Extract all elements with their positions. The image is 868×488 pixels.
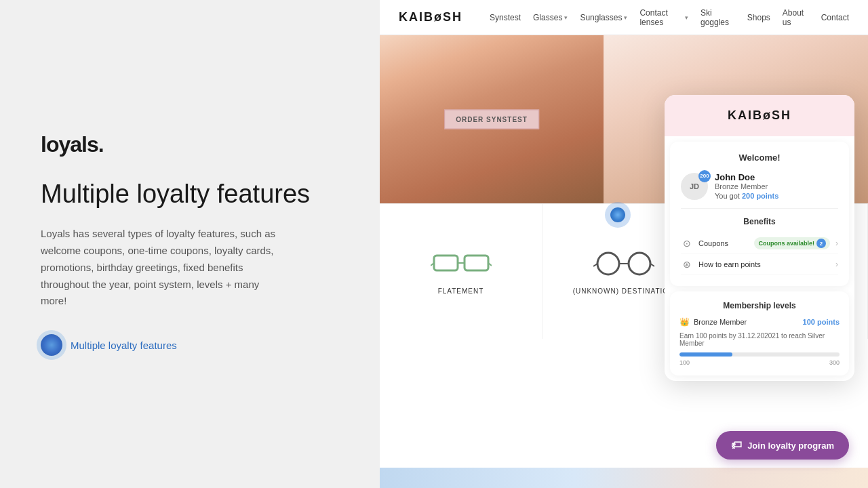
user-name: John Doe	[715, 172, 838, 182]
progress-bar	[679, 352, 840, 357]
user-points-highlight: 200 points	[742, 192, 778, 200]
user-row: JD 200 John Doe Bronze Member You got 20…	[681, 172, 838, 200]
bottom-strip	[380, 468, 868, 488]
right-panel: KAIBøSH Synstest Glasses ▾ Sunglasses ▾ …	[380, 0, 868, 488]
membership-name: 👑 Bronze Member	[679, 317, 747, 327]
join-button-label: Join loyalty program	[747, 441, 834, 451]
points-badge: 200	[698, 170, 711, 182]
order-synstest-button[interactable]: ORDER SYNSTEST	[444, 110, 539, 129]
svg-rect-4	[434, 256, 458, 270]
loyalty-card-header: KAIBøSH	[665, 95, 854, 136]
progress-bar-fill	[679, 352, 732, 357]
feature-link-text: Multiple loyalty features	[71, 340, 177, 351]
feature-link-dot-icon	[41, 334, 62, 356]
nav-logo[interactable]: KAIBøSH	[399, 10, 462, 24]
nav-item-contact[interactable]: Contact	[821, 13, 849, 22]
website-mockup: KAIBøSH Synstest Glasses ▾ Sunglasses ▾ …	[380, 0, 868, 488]
join-loyalty-program-button[interactable]: 🏷 Join loyalty program	[716, 431, 849, 460]
nav-item-ski-goggles[interactable]: Ski goggles	[701, 8, 735, 27]
product-label-flatement: FLATEMENT	[438, 287, 484, 295]
nav-item-shops[interactable]: Shops	[747, 13, 770, 22]
bottom-image-strip	[380, 468, 868, 488]
coupons-available-badge: Coupons available! 2	[754, 237, 830, 249]
progress-max-label: 300	[829, 359, 840, 366]
svg-point-10	[629, 253, 650, 274]
loyalty-icon: 🏷	[731, 439, 742, 451]
blue-dot-icon	[610, 207, 625, 222]
membership-points: 100 points	[803, 318, 840, 326]
crown-icon: 👑	[679, 317, 690, 327]
left-panel: loyals. Multiple loyalty features Loyals…	[0, 0, 380, 488]
nav-bar: KAIBøSH Synstest Glasses ▾ Sunglasses ▾ …	[380, 0, 868, 35]
nav-items: Synstest Glasses ▾ Sunglasses ▾ Contact …	[490, 8, 849, 27]
chevron-down-icon: ▾	[564, 14, 568, 21]
benefits-title: Benefits	[681, 217, 838, 226]
glasses-unknown-icon	[593, 249, 654, 279]
glasses-flatement-icon	[431, 249, 492, 279]
user-level: Bronze Member	[715, 182, 838, 190]
membership-section: Membership levels 👑 Bronze Member 100 po…	[670, 291, 849, 375]
brand-logo: loyals.	[41, 132, 339, 157]
section-title: Multiple loyalty features	[41, 179, 339, 210]
nav-item-about-us[interactable]: About us	[783, 8, 809, 27]
svg-rect-14	[380, 468, 868, 488]
nav-item-synstest[interactable]: Synstest	[490, 13, 521, 22]
user-points-text: You got 200 points	[715, 192, 838, 200]
membership-description: Earn 100 points by 31.12.202021 to reach…	[679, 332, 840, 347]
progress-labels: 100 300	[679, 359, 840, 366]
earn-points-icon: ⊛	[681, 258, 693, 270]
progress-min-label: 100	[679, 359, 690, 366]
chevron-down-icon: ▾	[685, 14, 688, 21]
chevron-right-icon: ›	[835, 239, 838, 248]
avatar: JD 200	[681, 173, 708, 200]
loyalty-card-body: Welcome! JD 200 John Doe Bronze Member Y…	[670, 142, 849, 286]
feature-link[interactable]: Multiple loyalty features	[41, 334, 339, 356]
product-item-flatement[interactable]: FLATEMENT	[380, 204, 542, 339]
nav-item-glasses[interactable]: Glasses ▾	[533, 13, 568, 22]
loyalty-card-logo: KAIBøSH	[678, 108, 841, 123]
loyalty-card: KAIBøSH Welcome! JD 200 John Doe Bronze …	[665, 95, 854, 381]
user-info: John Doe Bronze Member You got 200 point…	[715, 172, 838, 200]
benefit-row-coupons[interactable]: ⊙ Coupons Coupons available! 2 ›	[681, 233, 838, 254]
coupon-count-badge: 2	[816, 239, 826, 248]
section-description: Loyals has several types of loyalty feat…	[41, 226, 285, 310]
chevron-right-icon: ›	[835, 260, 838, 269]
nav-item-contact-lenses[interactable]: Contact lenses ▾	[639, 8, 688, 27]
svg-point-9	[597, 253, 619, 274]
membership-title: Membership levels	[679, 301, 840, 310]
nav-item-sunglasses[interactable]: Sunglasses ▾	[580, 13, 627, 22]
benefits-section: Benefits ⊙ Coupons Coupons available! 2 …	[681, 208, 838, 275]
chevron-down-icon: ▾	[624, 14, 627, 21]
svg-rect-5	[465, 256, 488, 270]
benefit-name-earn-points: How to earn points	[698, 260, 830, 268]
membership-row: 👑 Bronze Member 100 points	[679, 317, 840, 327]
hero-image-left: ORDER SYNSTEST	[380, 35, 604, 203]
coupon-icon: ⊙	[681, 237, 693, 249]
benefit-row-earn-points[interactable]: ⊛ How to earn points ›	[681, 254, 838, 275]
product-label-unknown: (UNKNOWN) DESTINATION	[573, 287, 675, 295]
welcome-text: Welcome!	[681, 152, 838, 163]
benefit-name-coupons: Coupons	[698, 239, 749, 247]
